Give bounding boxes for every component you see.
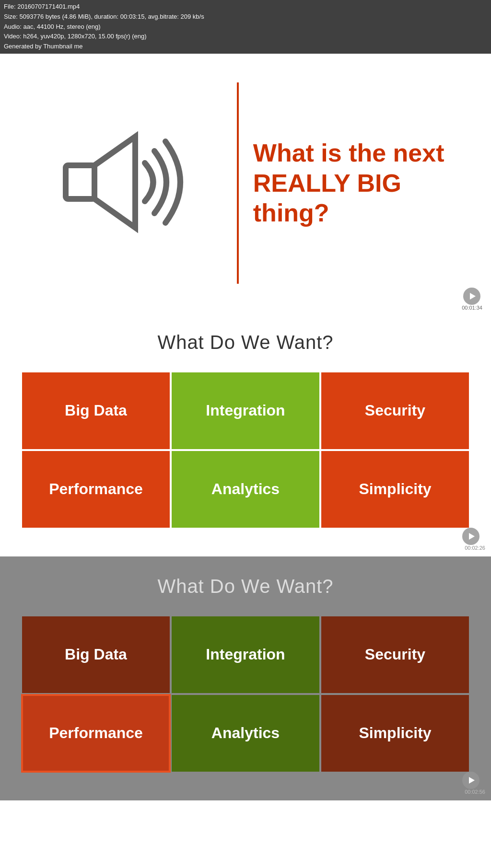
cell-label-performance-dark: Performance <box>49 724 143 742</box>
metadata-line-2: Size: 5093776 bytes (4.86 MiB), duration… <box>4 12 487 22</box>
cell-performance[interactable]: Performance <box>22 451 170 528</box>
cell-label-big-data: Big Data <box>65 402 127 419</box>
cell-security-dark[interactable]: Security <box>321 616 469 693</box>
cell-label-integration-dark: Integration <box>206 646 285 663</box>
metadata-line-5: Generated by Thumbnail me <box>4 42 487 52</box>
timecode-1: 00:01:34 <box>462 305 482 311</box>
question-line-1: What is the next <box>253 139 444 167</box>
cell-label-security: Security <box>365 402 425 419</box>
grid-slide-3: Big Data Integration Security Performanc… <box>22 616 469 772</box>
slide-3-title: What Do We Want? <box>22 576 469 597</box>
metadata-line-1: File: 20160707171401.mp4 <box>4 2 487 12</box>
main-question: What is the next REALLY BIG thing? <box>253 138 477 228</box>
slide-2: What Do We Want? Big Data Integration Se… <box>0 312 491 556</box>
cell-label-simplicity-dark: Simplicity <box>359 724 431 742</box>
speaker-icon <box>51 115 186 251</box>
cell-security[interactable]: Security <box>321 372 469 449</box>
cell-analytics-dark[interactable]: Analytics <box>172 695 319 772</box>
cell-big-data-dark[interactable]: Big Data <box>22 616 170 693</box>
cell-integration-dark[interactable]: Integration <box>172 616 319 693</box>
cell-big-data[interactable]: Big Data <box>22 372 170 449</box>
slide-3: What Do We Want? Big Data Integration Se… <box>0 556 491 800</box>
cell-label-analytics-dark: Analytics <box>211 724 280 742</box>
grid-slide-2: Big Data Integration Security Performanc… <box>22 372 469 528</box>
slide-1: What is the next REALLY BIG thing? 00:01… <box>0 54 491 312</box>
cell-label-analytics: Analytics <box>211 480 280 498</box>
question-line-2: REALLY BIG thing? <box>253 169 401 227</box>
cell-label-integration: Integration <box>206 402 285 419</box>
metadata-bar: File: 20160707171401.mp4 Size: 5093776 b… <box>0 0 491 54</box>
playback-button-1[interactable] <box>463 288 480 305</box>
timecode-3: 00:02:56 <box>465 789 485 795</box>
slide-1-left <box>14 115 222 251</box>
cell-performance-dark[interactable]: Performance <box>22 695 170 772</box>
slide-2-title: What Do We Want? <box>22 332 469 353</box>
cell-integration[interactable]: Integration <box>172 372 319 449</box>
cell-simplicity-dark[interactable]: Simplicity <box>321 695 469 772</box>
metadata-line-3: Audio: aac, 44100 Hz, stereo (eng) <box>4 22 487 32</box>
timecode-2: 00:02:26 <box>465 545 485 551</box>
cell-simplicity[interactable]: Simplicity <box>321 451 469 528</box>
svg-marker-1 <box>94 137 135 228</box>
playback-button-2[interactable] <box>462 528 479 545</box>
svg-rect-0 <box>66 165 94 199</box>
cell-analytics[interactable]: Analytics <box>172 451 319 528</box>
cell-label-performance: Performance <box>49 480 143 498</box>
vertical-divider <box>237 82 239 284</box>
cell-label-security-dark: Security <box>365 646 425 663</box>
playback-button-3[interactable] <box>462 772 479 789</box>
cell-label-big-data-dark: Big Data <box>65 646 127 663</box>
slide-1-right: What is the next REALLY BIG thing? <box>253 138 477 228</box>
cell-label-simplicity: Simplicity <box>359 480 431 498</box>
metadata-line-4: Video: h264, yuv420p, 1280x720, 15.00 fp… <box>4 32 487 42</box>
